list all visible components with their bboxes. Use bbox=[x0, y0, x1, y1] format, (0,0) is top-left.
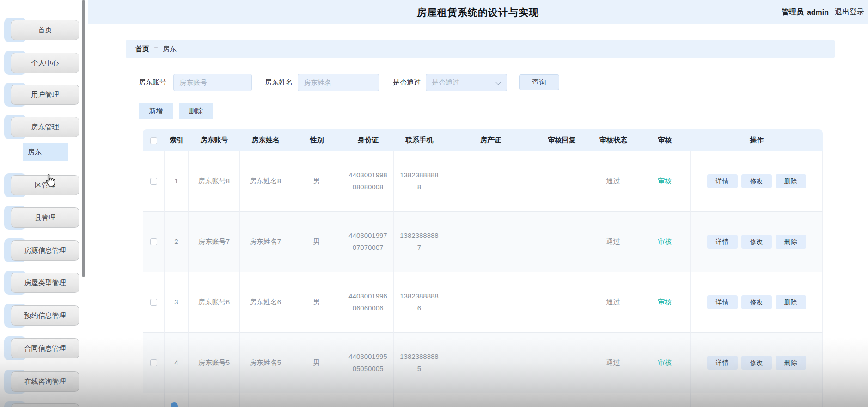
cell-phone: 13823888886 bbox=[394, 272, 445, 333]
sidebar-item-house-type-management[interactable]: 房屋类型管理 bbox=[4, 273, 79, 293]
review-link[interactable]: 审核 bbox=[658, 237, 672, 245]
cell-idcard: 440300199808080008 bbox=[342, 151, 394, 212]
add-button[interactable]: 新增 bbox=[139, 103, 173, 119]
cell-gender: 男 bbox=[291, 212, 342, 272]
cell-name: 房东姓名6 bbox=[240, 272, 291, 333]
cell-index: 4 bbox=[165, 333, 189, 393]
col-gender: 性别 bbox=[291, 129, 342, 151]
col-property-cert: 房产证 bbox=[445, 129, 536, 151]
sidebar-item-landlord-management[interactable]: 房东管理 bbox=[4, 117, 79, 137]
cell-idcard: 440300199606060006 bbox=[342, 272, 394, 333]
cell-review-reply bbox=[536, 212, 587, 272]
sidebar-item-partial[interactable] bbox=[4, 403, 79, 407]
user-info: 管理员 admin 退出登录 bbox=[782, 0, 864, 24]
cell-account: 房东账号8 bbox=[189, 151, 240, 212]
sidebar-item-label: 合同信息管理 bbox=[11, 338, 79, 358]
detail-button[interactable]: 详情 bbox=[707, 356, 738, 370]
sidebar-item-personal-center[interactable]: 个人中心 bbox=[4, 53, 79, 73]
user-role-label: 管理员 bbox=[782, 7, 804, 17]
cell-gender: 男 bbox=[291, 272, 342, 333]
row-checkbox[interactable] bbox=[150, 299, 157, 306]
cell-review-status: 通过 bbox=[587, 151, 639, 212]
cell-name: 房东姓名7 bbox=[240, 212, 291, 272]
cell-review-status: 通过 bbox=[587, 272, 639, 333]
detail-button[interactable]: 详情 bbox=[707, 295, 738, 309]
cell-gender: 男 bbox=[291, 151, 342, 212]
detail-button[interactable]: 详情 bbox=[707, 235, 738, 249]
landlord-name-input[interactable] bbox=[298, 74, 379, 91]
row-delete-button[interactable]: 删除 bbox=[776, 295, 806, 309]
cell-phone: 13823888888 bbox=[394, 151, 445, 212]
select-all-checkbox[interactable] bbox=[150, 137, 157, 144]
row-checkbox[interactable] bbox=[150, 359, 157, 366]
sidebar-item-label: 区管理 bbox=[11, 175, 79, 195]
sidebar-subitem-landlord-active[interactable]: 房东 bbox=[23, 143, 68, 161]
sidebar-item-user-management[interactable]: 用户管理 bbox=[4, 85, 79, 105]
breadcrumb-current: 房东 bbox=[163, 45, 177, 54]
sidebar-item-label: 房东管理 bbox=[11, 117, 79, 137]
cell-idcard: 440300199505050005 bbox=[342, 333, 394, 393]
cell-review-status: 通过 bbox=[587, 212, 639, 272]
cell-operations: 详情修改删除 bbox=[691, 333, 823, 393]
col-review-reply: 审核回复 bbox=[536, 129, 587, 151]
cell-operations: 详情修改删除 bbox=[691, 151, 823, 212]
edit-button[interactable]: 修改 bbox=[741, 356, 772, 370]
cell-account: 房东账号5 bbox=[189, 333, 240, 393]
pass-status-label: 是否通过 bbox=[393, 73, 421, 91]
detail-button[interactable]: 详情 bbox=[707, 174, 738, 188]
pass-status-select-placeholder: 是否通过 bbox=[432, 78, 459, 87]
cell-index: 1 bbox=[165, 151, 189, 212]
sidebar-item-district-management[interactable]: 区管理 bbox=[4, 175, 79, 195]
row-checkbox[interactable] bbox=[150, 178, 157, 185]
cell-review-reply bbox=[536, 333, 587, 393]
sidebar-scrollbar-thumb[interactable] bbox=[82, 0, 85, 277]
sidebar-item-label: 在线咨询管理 bbox=[11, 371, 79, 392]
breadcrumb-home-link[interactable]: 首页 bbox=[135, 45, 149, 54]
breadcrumb: 首页 Ξ 房东 bbox=[126, 40, 835, 58]
col-index: 索引 bbox=[165, 129, 189, 151]
chevron-down-icon bbox=[495, 79, 501, 85]
landlord-account-input[interactable] bbox=[173, 74, 252, 91]
delete-button[interactable]: 删除 bbox=[179, 103, 213, 119]
cell-account: 房东账号7 bbox=[189, 212, 240, 272]
sidebar-item-county-management[interactable]: 县管理 bbox=[4, 207, 79, 228]
landlord-table: 索引 房东账号 房东姓名 性别 身份证 联系手机 房产证 审核回复 审核状态 审… bbox=[143, 129, 823, 407]
col-phone: 联系手机 bbox=[394, 129, 445, 151]
sidebar-item-contract-info-management[interactable]: 合同信息管理 bbox=[4, 338, 79, 358]
sidebar-item-appointment-info-management[interactable]: 预约信息管理 bbox=[4, 305, 79, 326]
review-link[interactable]: 审核 bbox=[658, 358, 672, 366]
top-header-bar: 房屋租赁系统的设计与实现 管理员 admin 退出登录 bbox=[88, 0, 868, 24]
edit-button[interactable]: 修改 bbox=[741, 295, 772, 309]
edit-button[interactable]: 修改 bbox=[741, 235, 772, 249]
sidebar-item-label bbox=[11, 403, 79, 407]
pass-status-select[interactable]: 是否通过 bbox=[426, 74, 507, 91]
row-delete-button[interactable]: 删除 bbox=[776, 356, 806, 370]
cell-idcard: 440300199707070007 bbox=[342, 212, 394, 272]
sidebar-item-housing-info-management[interactable]: 房源信息管理 bbox=[4, 240, 79, 261]
review-link[interactable]: 审核 bbox=[658, 298, 672, 306]
col-review: 审核 bbox=[639, 129, 691, 151]
sidebar-item-label: 预约信息管理 bbox=[11, 305, 79, 326]
table-row: 3 房东账号6 房东姓名6 男 440300199606060006 13823… bbox=[143, 272, 823, 333]
header-checkbox-cell bbox=[143, 129, 165, 151]
row-delete-button[interactable]: 删除 bbox=[776, 174, 806, 188]
col-operations: 操作 bbox=[691, 129, 823, 151]
sidebar-item-label: 县管理 bbox=[11, 207, 79, 228]
cell-name: 房东姓名5 bbox=[240, 333, 291, 393]
row-delete-button[interactable]: 删除 bbox=[776, 235, 806, 249]
landlord-account-label: 房东账号 bbox=[139, 73, 166, 91]
logout-link[interactable]: 退出登录 bbox=[835, 7, 864, 17]
sidebar-item-online-consult-management[interactable]: 在线咨询管理 bbox=[4, 371, 79, 392]
table-header-row: 索引 房东账号 房东姓名 性别 身份证 联系手机 房产证 审核回复 审核状态 审… bbox=[143, 129, 823, 151]
row-checkbox[interactable] bbox=[150, 238, 157, 245]
sidebar: 首页 个人中心 用户管理 房东管理 房东 区管理 县管理 房源信息管理 房屋类型… bbox=[0, 0, 88, 407]
query-button[interactable]: 查询 bbox=[519, 74, 559, 90]
sidebar-item-home[interactable]: 首页 bbox=[4, 20, 79, 40]
table-row: 4 房东账号5 房东姓名5 男 440300199505050005 13823… bbox=[143, 333, 823, 393]
col-name: 房东姓名 bbox=[240, 129, 291, 151]
page-title: 房屋租赁系统的设计与实现 bbox=[88, 0, 868, 24]
cell-property-cert bbox=[445, 272, 536, 333]
sidebar-item-label: 房屋类型管理 bbox=[11, 273, 79, 293]
edit-button[interactable]: 修改 bbox=[741, 174, 772, 188]
review-link[interactable]: 审核 bbox=[658, 177, 672, 185]
